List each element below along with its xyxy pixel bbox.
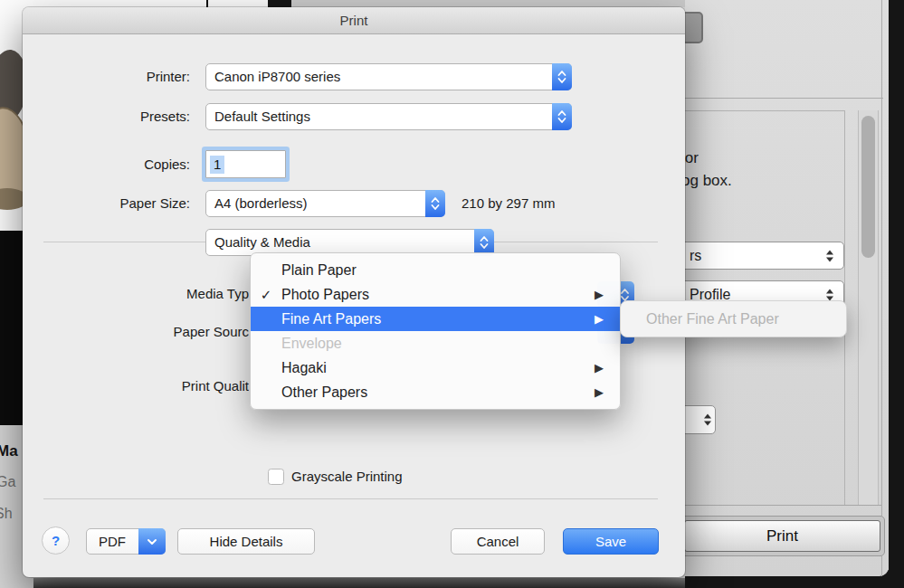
menu-item-other-papers[interactable]: ✓ Other Papers ▶ — [251, 380, 620, 404]
background-dark-edge — [889, 0, 904, 588]
printer-label: Printer: — [23, 63, 190, 90]
divider — [685, 505, 881, 506]
stepper-icon — [826, 250, 834, 261]
background-divider — [206, 0, 208, 7]
divider — [43, 498, 658, 499]
submenu-arrow-icon: ▶ — [595, 380, 604, 404]
dialog-title: Print — [23, 7, 685, 34]
menu-item-photo-papers[interactable]: ✓ Photo Papers ▶ — [251, 282, 620, 307]
help-button[interactable]: ? — [42, 526, 70, 555]
background-dropdown[interactable]: rs — [680, 242, 844, 270]
background-text-fragment: og box. — [681, 172, 732, 190]
pdf-button[interactable]: PDF — [86, 528, 166, 555]
divider — [685, 110, 845, 111]
submenu-arrow-icon: ▶ — [595, 282, 604, 307]
menu-item-plain-paper[interactable]: ✓ Plain Paper ▶ — [251, 258, 620, 282]
background-text-fragment: Ma — [0, 442, 18, 460]
print-quality-label: Print Qualit — [23, 373, 249, 399]
copies-input[interactable]: 1 — [205, 150, 286, 178]
stepper-icon — [704, 414, 712, 426]
grayscale-checkbox[interactable] — [268, 469, 284, 485]
stepper-icon — [552, 103, 572, 130]
paper-size-value: A4 (borderless) — [214, 191, 308, 216]
menu-item-envelope: ✓ Envelope ▶ — [251, 331, 620, 356]
scrollbar-thumb[interactable] — [861, 116, 875, 258]
submenu-item-other-fine-art-paper: Other Fine Art Paper — [646, 301, 779, 337]
media-type-label: Media Typ — [23, 280, 249, 307]
media-type-menu: ✓ Plain Paper ▶ ✓ Photo Papers ▶ ✓ Fine … — [250, 252, 621, 410]
save-button[interactable]: Save — [563, 528, 659, 555]
background-dark-box — [268, 0, 291, 7]
cancel-button[interactable]: Cancel — [451, 528, 545, 555]
submenu-arrow-icon: ▶ — [595, 356, 604, 380]
divider — [685, 98, 883, 99]
background-print-button[interactable]: Print — [684, 520, 880, 552]
grayscale-label: Grayscale Printing — [291, 469, 403, 485]
paper-size-dropdown[interactable]: A4 (borderless) — [205, 190, 445, 217]
chevron-down-icon[interactable] — [138, 528, 166, 555]
menu-item-fine-art-papers[interactable]: ✓ Fine Art Papers ▶ — [251, 307, 620, 331]
background-dropdown-value: rs — [690, 242, 701, 269]
background-page-top — [33, 0, 685, 7]
printer-dropdown[interactable]: Canon iP8700 series — [205, 63, 572, 90]
paper-source-label: Paper Sourc — [23, 318, 249, 345]
presets-label: Presets: — [23, 103, 190, 130]
print-button-ring: Print — [680, 516, 885, 556]
fine-art-papers-submenu: Other Fine Art Paper — [620, 300, 847, 337]
scrollbar-track[interactable] — [858, 110, 879, 505]
menu-item-hagaki[interactable]: ✓ Hagaki ▶ — [251, 356, 620, 380]
background-gray-bar — [291, 0, 685, 7]
background-text-fragment: Sh — [0, 506, 13, 522]
stepper-icon — [552, 63, 572, 90]
checkmark-icon: ✓ — [251, 287, 281, 303]
copies-label: Copies: — [23, 151, 190, 178]
screen: Ma Ga Sh lor og box. rs Profile — [0, 0, 904, 588]
hide-details-button[interactable]: Hide Details — [177, 528, 315, 555]
background-dark-band — [33, 578, 685, 588]
presets-dropdown[interactable]: Default Settings — [205, 103, 572, 130]
paper-dimensions: 210 by 297 mm — [462, 190, 555, 217]
paper-size-label: Paper Size: — [23, 190, 190, 217]
submenu-arrow-icon: ▶ — [595, 307, 604, 331]
divider — [881, 0, 882, 576]
presets-value: Default Settings — [214, 104, 310, 129]
stepper-icon — [425, 190, 445, 217]
settings-pane-value: Quality & Media — [214, 230, 310, 255]
copies-value: 1 — [210, 156, 224, 174]
background-window: lor og box. rs Profile Print — [685, 0, 889, 576]
stepper-icon — [826, 289, 834, 300]
printer-value: Canon iP8700 series — [214, 64, 340, 90]
background-text-fragment: Ga — [0, 474, 15, 490]
